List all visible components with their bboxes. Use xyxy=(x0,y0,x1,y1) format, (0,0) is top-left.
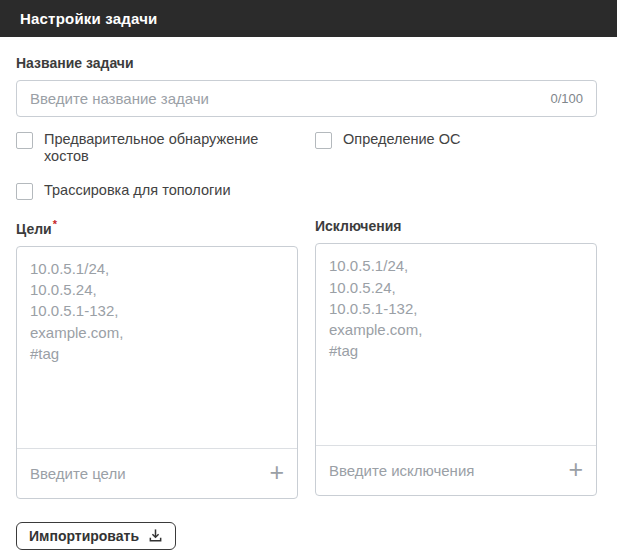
checkbox-host-discovery[interactable]: Предварительное обнаружение хостов xyxy=(16,131,315,165)
download-icon xyxy=(148,528,163,543)
import-button-label: Импортировать xyxy=(29,528,139,544)
char-counter: 0/100 xyxy=(550,91,583,106)
import-button[interactable]: Импортировать xyxy=(16,522,176,550)
checkbox-topology-trace[interactable]: Трассировка для топологии xyxy=(16,182,315,200)
panel-header: Настройки задачи xyxy=(0,0,617,37)
targets-textarea[interactable] xyxy=(17,247,297,448)
add-target-input[interactable] xyxy=(30,465,261,482)
required-asterisk: * xyxy=(53,218,57,230)
checkbox-os-detection[interactable]: Определение ОС xyxy=(315,131,597,165)
checkbox-label: Трассировка для топологии xyxy=(44,182,230,199)
checkbox-label: Предварительное обнаружение хостов xyxy=(44,131,289,165)
exclusions-label: Исключения xyxy=(315,218,597,234)
checkbox-icon[interactable] xyxy=(16,132,33,149)
targets-label: Цели* xyxy=(16,218,298,237)
add-target-row: + xyxy=(17,448,297,498)
add-exclusion-button[interactable]: + xyxy=(560,457,583,484)
plus-icon: + xyxy=(269,458,284,486)
targets-exclusions-section: Цели* + Исключения + xyxy=(16,218,597,499)
targets-box: + xyxy=(16,246,298,499)
targets-column: Цели* + xyxy=(16,218,298,499)
task-settings-form: Название задачи 0/100 Предварительное об… xyxy=(0,37,617,550)
task-name-label: Название задачи xyxy=(16,55,597,71)
exclusions-column: Исключения + xyxy=(315,218,597,499)
checkbox-group: Предварительное обнаружение хостов Опред… xyxy=(16,131,597,200)
panel-title: Настройки задачи xyxy=(20,10,158,27)
checkbox-icon[interactable] xyxy=(315,132,332,149)
task-name-input[interactable] xyxy=(30,90,540,107)
exclusions-textarea[interactable] xyxy=(316,244,596,445)
checkbox-icon[interactable] xyxy=(16,183,33,200)
task-name-field: 0/100 xyxy=(16,80,597,117)
plus-icon: + xyxy=(568,455,583,483)
add-exclusion-input[interactable] xyxy=(329,462,560,479)
add-exclusion-row: + xyxy=(316,445,596,495)
checkbox-label: Определение ОС xyxy=(343,131,460,148)
add-target-button[interactable]: + xyxy=(261,460,284,487)
exclusions-box: + xyxy=(315,243,597,496)
